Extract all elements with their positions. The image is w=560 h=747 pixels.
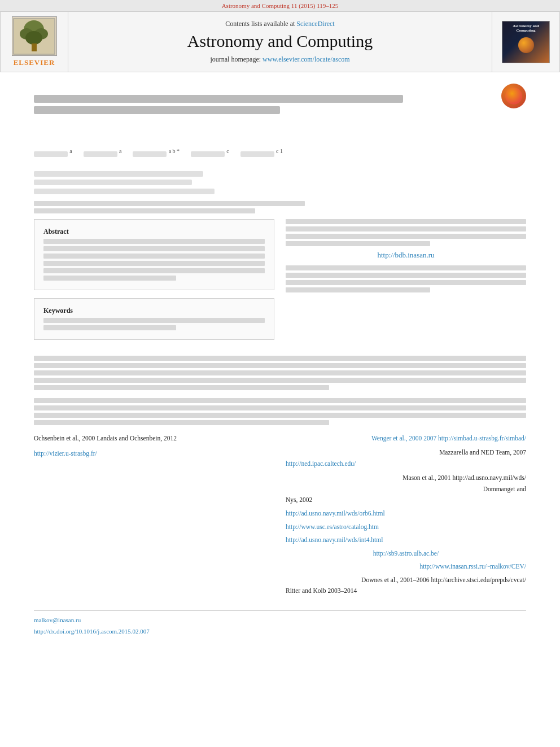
author-placeholder-4: c — [191, 148, 229, 158]
affiliation-c — [34, 187, 526, 194]
sb9-block: http://sb9.astro.ulb.ac.be/ — [286, 548, 526, 560]
elsevier-tree-image — [12, 16, 57, 56]
info-line4 — [286, 241, 430, 246]
info-text-block2 — [286, 265, 526, 292]
abstract-line5 — [43, 268, 265, 273]
ritter-text: Ritter and Kolb 2003–2014 — [286, 587, 357, 594]
contact-email[interactable]: malkov@inasan.ru — [34, 617, 81, 623]
vizier-link-block: http://vizier.u-strasbg.fr/ — [34, 448, 274, 460]
author-sup-5: c 1 — [276, 148, 283, 154]
journal-cover-section: Astronomy andComputing — [492, 12, 559, 72]
journal-homepage-line: journal homepage: www.elsevier.com/locat… — [210, 55, 349, 64]
date-line1 — [34, 201, 305, 206]
catalog-block: http://www.usc.es/astro/catalog.htm — [286, 522, 526, 533]
mason-ref-text: Mason et al., 2001 http://ad.usno.navy.m… — [403, 473, 526, 484]
author-name-2 — [84, 151, 117, 157]
body-text-section1 — [34, 356, 526, 390]
downes-text: Downes et al., 2001–2006 http://archive.… — [361, 575, 526, 586]
affiliations-block — [34, 169, 526, 194]
astro-cover-title: Astronomy andComputing — [513, 24, 539, 33]
journal-citation-text: Astronomy and Computing 11 (2015) 119–12… — [222, 2, 339, 9]
ned-link[interactable]: http://ned.ipac.caltech.edu/ — [286, 460, 356, 467]
references-section: Ochsenbein et al., 2000 Landais and Ochs… — [34, 433, 526, 599]
astro-cover-image: Astronomy andComputing — [502, 21, 550, 63]
author-name-1 — [34, 151, 68, 157]
mazzarella-ref-block: Mazzarella and NED Team, 2007 http://ned… — [286, 447, 526, 469]
article-title-line2 — [34, 106, 280, 114]
info-text-block — [286, 219, 526, 246]
abstract-line2 — [43, 246, 265, 251]
header-center: Contents lists available at ScienceDirec… — [68, 12, 492, 72]
science-direct-line: Contents lists available at ScienceDirec… — [225, 20, 334, 28]
catalog-link[interactable]: http://www.usc.es/astro/catalog.htm — [286, 523, 379, 530]
email-block: malkov@inasan.ru — [34, 617, 526, 623]
article-icon-circle — [501, 84, 526, 108]
nys-text: Nys, 2002 — [286, 496, 312, 503]
body-line3 — [34, 370, 526, 375]
homepage-link[interactable]: www.elsevier.com/locate/ascom — [262, 55, 350, 63]
author-name-5 — [240, 151, 274, 157]
ochsenbein-text: Ochsenbein et al., 2000 Landais and Ochs… — [34, 435, 177, 442]
author-sup-2: a — [119, 148, 121, 154]
affiliation-a — [34, 169, 526, 176]
abstract-line4 — [43, 261, 265, 266]
body-line1 — [34, 356, 526, 361]
abstract-column: Abstract Keywords — [34, 219, 274, 348]
mazzarella-label: Mazzarella and NED Team, 2007 — [439, 447, 526, 458]
abstract-info-section: Abstract Keywords — [34, 219, 526, 348]
author-sup-3: a b * — [169, 148, 180, 154]
body2-line4 — [34, 420, 329, 425]
homepage-label: journal homepage: — [210, 55, 262, 63]
bdb-link[interactable]: http://bdb.inasan.ru — [377, 251, 434, 259]
article-icon-inner — [505, 88, 522, 104]
orb6-link[interactable]: http://ad.usno.navy.mil/wds/orb6.html — [286, 510, 385, 517]
affiliation-b — [34, 178, 526, 185]
info2-line4 — [286, 287, 430, 292]
info2-line3 — [286, 280, 526, 285]
int4-link[interactable]: http://ad.usno.navy.mil/wds/int4.html — [286, 536, 383, 543]
elsevier-logo-section: ELSEVIER — [1, 12, 68, 72]
right-refs-column: Wenger et al., 2000 2007 http://simbad.u… — [286, 433, 526, 599]
article-type-icon — [501, 84, 526, 108]
cev-link[interactable]: http://www.inasan.rssi.ru/~malkov/CEV/ — [419, 563, 526, 570]
article-title-block — [34, 95, 526, 114]
kw-line1 — [43, 318, 265, 323]
body-text-section2 — [34, 398, 526, 425]
info-line2 — [286, 226, 526, 231]
author-name-3 — [133, 151, 167, 157]
article-title-line1 — [34, 95, 403, 103]
doi-block: http://dx.doi.org/10.1016/j.ascom.2015.0… — [34, 628, 526, 635]
dommanget-text: Dommanget and — [483, 484, 526, 495]
keywords-box: Keywords — [34, 298, 274, 340]
info2-line1 — [286, 265, 526, 270]
body-line4 — [34, 378, 526, 383]
journal-title: Astronomy and Computing — [187, 32, 373, 51]
article-dates-block — [34, 201, 526, 213]
wenger-ref[interactable]: Wenger et al., 2000 2007 http://simbad.u… — [371, 435, 526, 442]
science-direct-link[interactable]: ScienceDirect — [296, 20, 334, 28]
footer-contact-section: malkov@inasan.ru http://dx.doi.org/10.10… — [34, 610, 526, 635]
sb9-link[interactable]: http://sb9.astro.ulb.ac.be/ — [373, 550, 439, 557]
doi-link[interactable]: http://dx.doi.org/10.1016/j.ascom.2015.0… — [34, 628, 150, 635]
abstract-title: Abstract — [43, 226, 265, 237]
abstract-line1 — [43, 239, 265, 244]
svg-rect-5 — [32, 43, 37, 51]
cev-block: http://www.inasan.rssi.ru/~malkov/CEV/ — [286, 561, 526, 573]
ochsenbein-ref: Ochsenbein et al., 2000 Landais and Ochs… — [34, 433, 274, 444]
info2-line2 — [286, 273, 526, 278]
int4-block: http://ad.usno.navy.mil/wds/int4.html — [286, 535, 526, 546]
astro-cover-planet — [518, 37, 534, 53]
vizier-link[interactable]: http://vizier.u-strasbg.fr/ — [34, 450, 97, 457]
info-column: http://bdb.inasan.ru — [286, 219, 526, 348]
author-placeholder-5: c 1 — [240, 148, 283, 158]
body-line5 — [34, 385, 329, 390]
info-line1 — [286, 219, 526, 224]
elsevier-tree-svg — [13, 18, 55, 55]
journal-header: ELSEVIER Contents lists available at Sci… — [0, 12, 560, 72]
body2-line1 — [34, 398, 526, 403]
body2-line3 — [34, 413, 526, 418]
orb6-block: http://ad.usno.navy.mil/wds/orb6.html — [286, 508, 526, 519]
author-placeholder-2: a — [84, 148, 122, 158]
contents-available-text: Contents lists available at — [225, 20, 296, 28]
author-placeholder-3: a b * — [133, 148, 180, 158]
